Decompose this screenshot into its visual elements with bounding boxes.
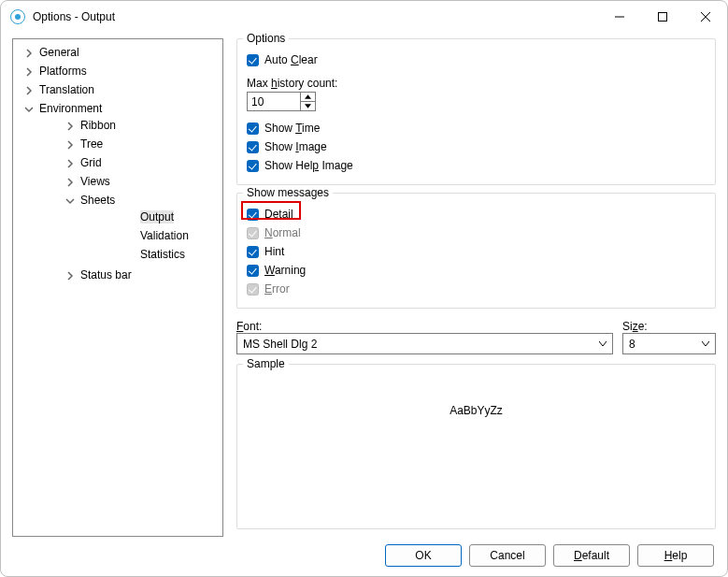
normal-checkbox: Normal [247,224,706,242]
tree-label: Sheets [80,194,115,207]
tree-label: Output [140,210,174,224]
tree-item-statusbar[interactable]: Status bar [39,266,222,284]
minimize-button[interactable] [598,3,641,31]
button-label: Default [574,549,609,562]
tree-label: Grid [80,156,102,169]
sample-legend: Sample [243,357,289,370]
window-title: Options - Output [33,10,115,23]
tree-item-sheets[interactable]: Sheets Output Validation Statistics [39,191,222,266]
detail-checkbox[interactable]: Detail [247,205,706,224]
chevron-down-icon [65,195,75,204]
chevron-right-icon [24,84,34,94]
font-value: MS Shell Dlg 2 [243,338,317,351]
ok-button[interactable]: OK [385,544,462,567]
tree-item-views[interactable]: Views [39,172,222,191]
checkbox-icon [247,227,259,239]
chevron-right-icon [24,47,34,56]
tree-item-statistics[interactable]: Statistics [80,245,222,264]
chevron-right-icon [65,269,75,279]
options-legend: Options [243,32,289,45]
checkbox-icon [247,283,259,296]
button-label: Help [664,549,688,562]
checkbox-icon [247,209,259,221]
checkbox-icon [247,160,259,172]
error-checkbox: Error [247,280,706,298]
size-select[interactable]: 8 [622,333,716,354]
size-label: Size: [622,320,716,333]
svg-rect-0 [659,13,667,22]
checkbox-label: Detail [264,208,293,221]
tree-label: Validation [140,229,189,242]
max-history-input[interactable] [248,93,300,110]
tree-item-ribbon[interactable]: Ribbon [39,116,222,135]
tree-item-grid[interactable]: Grid [39,153,222,172]
chevron-right-icon [65,120,75,129]
hint-checkbox[interactable]: Hint [247,242,706,261]
checkbox-icon [247,265,259,277]
checkbox-label: Normal [264,226,301,239]
checkbox-label: Error [264,282,290,296]
checkbox-label: Hint [264,245,284,258]
tree-label: Environment [39,102,102,115]
checkbox-label: Show Time [264,122,320,135]
show-messages-group: Show messages Detail Normal Hint Warning… [236,193,716,309]
tree-label: Ribbon [80,119,116,132]
tree-label: Translation [39,83,94,96]
chevron-right-icon [65,176,75,185]
checkbox-label: Show Image [264,140,327,153]
show-help-image-checkbox[interactable]: Show Help Image [247,156,706,175]
default-button[interactable]: Default [553,544,630,567]
max-history-label: Max history count: [247,77,706,90]
tree-label: Status bar [80,268,132,281]
tree-label: Statistics [140,248,185,261]
spinner-down-button[interactable] [301,102,315,110]
chevron-right-icon [65,138,75,148]
chevron-right-icon [24,65,34,75]
size-value: 8 [629,338,635,351]
app-icon [10,9,25,24]
tree-label: Tree [80,137,103,151]
spinner-up-button[interactable] [301,93,315,102]
button-label: Cancel [490,549,524,562]
tree-item-platforms[interactable]: Platforms [13,62,222,80]
sample-text: AaBbYyZz [450,404,503,417]
checkbox-label: Auto Clear [264,53,318,66]
tree-item-validation[interactable]: Validation [80,226,222,245]
title-bar: Options - Output [1,1,727,33]
checkbox-icon [247,54,259,66]
checkbox-label: Show Help Image [264,159,353,172]
tree-item-tree[interactable]: Tree [39,135,222,153]
show-image-checkbox[interactable]: Show Image [247,137,706,156]
maximize-button[interactable] [641,3,684,31]
help-button[interactable]: Help [637,544,714,567]
chevron-down-icon [594,335,610,353]
close-button[interactable] [684,3,727,31]
sample-group: Sample AaBbYyZz [236,364,716,529]
tree-item-environment[interactable]: Environment Ribbon Tree Grid [13,99,222,286]
tree-item-output[interactable]: Output [80,208,222,226]
tree-label: General [39,46,79,59]
tree-item-general[interactable]: General [13,43,222,62]
checkbox-icon [247,141,259,153]
chevron-down-icon [697,335,713,353]
chevron-right-icon [65,157,75,166]
tree-label: Views [80,175,110,188]
font-label: Font: [236,320,613,333]
show-time-checkbox[interactable]: Show Time [247,119,706,137]
max-history-spinner[interactable] [247,92,316,111]
button-label: OK [415,549,431,562]
font-select[interactable]: MS Shell Dlg 2 [236,333,613,354]
tree-label: Platforms [39,65,87,78]
options-group: Options Auto Clear Max history count: Sh… [236,38,716,185]
tree-item-translation[interactable]: Translation [13,80,222,99]
checkbox-icon [247,246,259,258]
messages-legend: Show messages [243,186,333,199]
checkbox-icon [247,123,259,135]
checkbox-label: Warning [264,264,306,277]
warning-checkbox[interactable]: Warning [247,261,706,280]
nav-tree[interactable]: General Platforms Translation Environmen… [12,38,223,537]
chevron-down-icon [24,103,34,112]
auto-clear-checkbox[interactable]: Auto Clear [247,50,706,69]
cancel-button[interactable]: Cancel [469,544,546,567]
